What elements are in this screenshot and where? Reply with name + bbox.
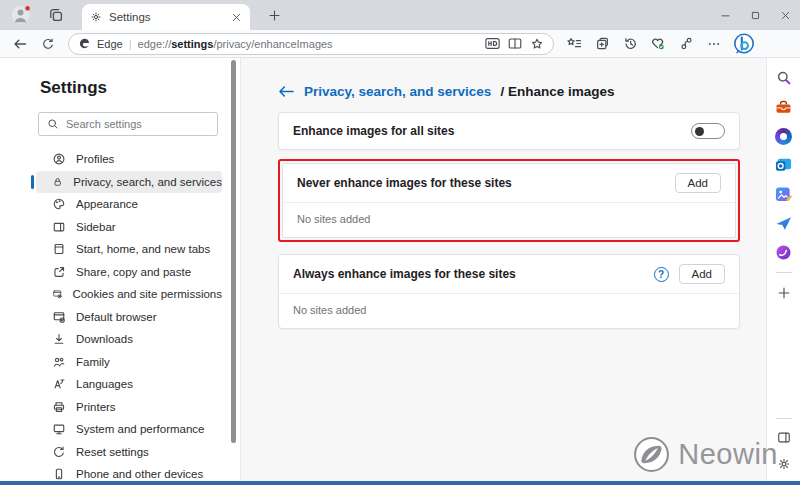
sidebar-item-system-performance[interactable]: System and performance [36, 418, 222, 441]
back-button[interactable] [8, 33, 32, 55]
breadcrumb-parent-link[interactable]: Privacy, search, and services [304, 84, 491, 99]
ellipsis-icon [707, 37, 721, 51]
languages-icon [52, 377, 66, 391]
outlook-icon [775, 157, 792, 173]
help-icon[interactable]: ? [654, 267, 669, 282]
favorite-star-icon[interactable] [530, 37, 544, 51]
address-separator: | [129, 38, 132, 50]
enhance-all-sites-label: Enhance images for all sites [293, 124, 681, 138]
never-enhance-card: Never enhance images for these sites Add… [282, 163, 736, 238]
neowin-text: Neowin [678, 438, 778, 471]
sidebar-games-button[interactable] [775, 243, 793, 261]
profiles-icon [52, 152, 66, 166]
sidebar-item-cookies-permissions[interactable]: Cookies and site permissions [36, 283, 222, 306]
start-home-icon [52, 242, 66, 256]
history-button[interactable] [618, 33, 642, 55]
plus-icon [268, 9, 281, 22]
minimize-icon [720, 10, 731, 21]
hd-quality-icon[interactable] [485, 37, 500, 50]
panel-toggle-icon [777, 431, 791, 444]
split-screen-icon[interactable] [508, 37, 522, 50]
history-icon [623, 36, 638, 51]
shopping-icon [775, 99, 792, 115]
search-input[interactable] [66, 118, 196, 130]
maximize-icon [750, 10, 761, 21]
sidebar-drop-button[interactable] [775, 214, 793, 232]
sidebar-shopping-button[interactable] [775, 98, 793, 116]
refresh-button[interactable] [36, 33, 60, 55]
scrollbar-track[interactable] [226, 58, 240, 481]
always-enhance-label: Always enhance images for these sites [293, 267, 644, 281]
minimize-button[interactable] [710, 0, 740, 30]
sidebar-item-privacy-search-services[interactable]: Privacy, search, and services [36, 171, 222, 194]
sidebar-item-printers[interactable]: Printers [36, 396, 222, 419]
cookies-permissions-icon [52, 287, 62, 301]
plus-icon [777, 286, 791, 300]
settings-sidebar: Settings Profiles Privacy, search, and s… [0, 58, 226, 481]
tab-close-icon[interactable] [231, 12, 242, 23]
profile-icon [679, 36, 694, 51]
collections-button[interactable] [590, 33, 614, 55]
sidebar-item-share-copy-paste[interactable]: Share, copy and paste [36, 261, 222, 284]
browser-essentials-button[interactable] [646, 33, 670, 55]
enhance-images-toggle[interactable] [691, 123, 725, 139]
never-enhance-empty-text: No sites added [283, 203, 735, 237]
search-magnifier-icon [776, 70, 792, 86]
sidebar-item-default-browser[interactable]: Default browser [36, 306, 222, 329]
settings-search-box[interactable] [38, 112, 218, 136]
scrollbar-thumb[interactable] [231, 60, 236, 443]
bing-chat-button[interactable] [730, 33, 758, 55]
browser-window: Settings [0, 0, 800, 485]
window-controls [710, 0, 800, 30]
games-icon [775, 244, 792, 261]
profile-button[interactable] [674, 33, 698, 55]
sidebar-item-sidebar[interactable]: Sidebar [36, 216, 222, 239]
sidebar-microsoft-365-button[interactable] [775, 127, 793, 145]
sidebar-item-profiles[interactable]: Profiles [36, 148, 222, 171]
sidebar-divider-line [776, 272, 792, 273]
close-button[interactable] [770, 0, 800, 30]
sidebar-search-button[interactable] [775, 69, 793, 87]
sidebar-item-phone-devices[interactable]: Phone and other devices [36, 463, 222, 485]
phone-devices-icon [52, 467, 66, 481]
favorites-bar-icon [566, 36, 582, 51]
sidebar-item-languages[interactable]: Languages [36, 373, 222, 396]
sidebar-item-start-home-tabs[interactable]: Start, home, and new tabs [36, 238, 222, 261]
breadcrumb: Privacy, search, and services / Enhance … [278, 84, 740, 99]
edge-logo-icon [78, 37, 91, 50]
back-arrow-icon [12, 36, 28, 52]
never-enhance-add-button[interactable]: Add [675, 173, 721, 193]
sidebar-image-creator-button[interactable] [775, 185, 793, 203]
sidebar-outlook-button[interactable] [775, 156, 793, 174]
always-enhance-empty-text: No sites added [279, 294, 739, 328]
new-tab-button[interactable] [262, 4, 286, 26]
neowin-watermark: Neowin [633, 436, 778, 473]
sidebar-item-family[interactable]: Family [36, 351, 222, 374]
default-browser-icon [52, 310, 66, 324]
browser-essentials-icon [650, 36, 666, 51]
breadcrumb-back-icon[interactable] [278, 84, 295, 99]
favorites-button[interactable] [562, 33, 586, 55]
drop-paper-plane-icon [775, 215, 792, 231]
tab-settings[interactable]: Settings [82, 4, 250, 30]
sidebar-item-appearance[interactable]: Appearance [36, 193, 222, 216]
sidebar-item-reset-settings[interactable]: Reset settings [36, 441, 222, 464]
share-icon [52, 265, 66, 279]
refresh-icon [41, 37, 55, 51]
search-icon [47, 118, 59, 130]
always-enhance-add-button[interactable]: Add [679, 264, 725, 284]
sidebar-item-downloads[interactable]: Downloads [36, 328, 222, 351]
privacy-lock-icon [52, 175, 63, 189]
toggle-knob [695, 127, 704, 136]
address-bar[interactable]: Edge | edge://settings/privacy/enhanceIm… [68, 33, 554, 55]
sidebar-customize-button[interactable] [775, 284, 793, 302]
workspaces-button[interactable] [44, 4, 68, 26]
system-performance-icon [52, 422, 66, 436]
gear-icon [777, 457, 791, 471]
bing-chat-icon [732, 32, 756, 56]
maximize-button[interactable] [740, 0, 770, 30]
more-menu-button[interactable] [702, 33, 726, 55]
collections-icon [595, 36, 610, 51]
always-enhance-card: Always enhance images for these sites ? … [278, 254, 740, 329]
profile-avatar[interactable] [10, 4, 32, 26]
